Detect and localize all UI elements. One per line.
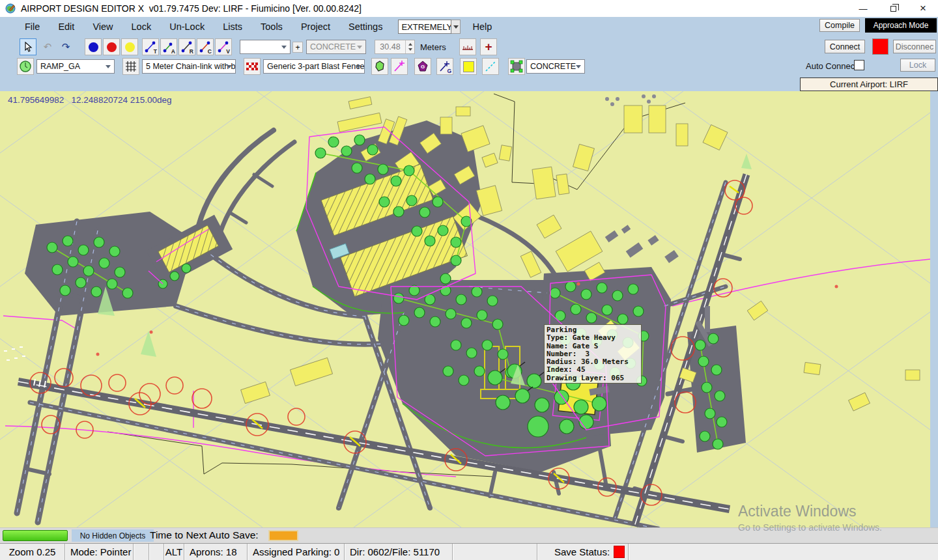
link-type-combo[interactable] — [240, 40, 291, 54]
layout-selector-value[interactable]: EXTREMELY_DE — [398, 20, 451, 34]
undo-icon: ↶ — [44, 41, 52, 53]
plus-icon: + — [295, 43, 300, 52]
surface-material-combo[interactable]: CONCRETE — [306, 40, 366, 54]
link-runway-button[interactable]: R — [178, 38, 195, 55]
menu-lists[interactable]: Lists — [214, 19, 251, 35]
link-taxi-button[interactable]: T — [142, 38, 159, 55]
layout-selector-arrow[interactable] — [451, 20, 461, 34]
hidden-objects-indicator[interactable] — [3, 530, 68, 541]
red-dot-icon — [107, 42, 117, 52]
fill-color-button[interactable] — [460, 58, 477, 75]
link-closed-button[interactable]: C — [197, 38, 214, 55]
yellow-node-button[interactable] — [121, 38, 138, 55]
ramp-type-combo[interactable]: RAMP_GA — [36, 59, 115, 74]
red-node-button[interactable] — [103, 38, 120, 55]
tooltip-line: Type: Gate Heavy — [547, 334, 639, 342]
surface-handles-icon — [510, 60, 523, 73]
approach-mode-button[interactable]: Approach Mode — [865, 18, 937, 33]
spin-up-icon — [408, 43, 412, 46]
yellow-dot-icon — [125, 42, 135, 52]
lock-button[interactable]: Lock — [900, 59, 935, 72]
line-tool-button[interactable] — [482, 58, 499, 75]
undo-button[interactable]: ↶ — [39, 38, 56, 55]
window-title: AIRPORT DESIGN EDITOR X v01.79.7475 Dev:… — [21, 3, 362, 14]
cyan-line-icon — [484, 60, 497, 73]
select-surface-tool-button[interactable] — [508, 58, 525, 75]
restore-icon — [890, 6, 896, 12]
apron-path-tool-button[interactable] — [391, 58, 408, 75]
status-bar: Zoom 0.25 Mode: Pointer ALT Aprons: 18 A… — [0, 543, 938, 560]
add-width-button[interactable]: + — [292, 42, 303, 53]
header: File Edit View Lock Un-Lock Lists Tools … — [0, 17, 938, 91]
status-empty-3 — [453, 544, 537, 560]
pointer-tool-button[interactable] — [20, 38, 36, 55]
blast-fence-tool-button[interactable] — [244, 58, 261, 75]
menu-edit[interactable]: Edit — [49, 19, 83, 35]
ramp-tool-button[interactable] — [17, 58, 34, 75]
airport-drawing — [0, 91, 930, 527]
ramp-type-value: RAMP_GA — [40, 62, 80, 71]
ruler-tool-button[interactable] — [459, 38, 476, 55]
surface-type-value: CONCRETE — [530, 62, 576, 71]
current-airport-banner: Current Airport: LIRF — [800, 77, 938, 91]
blast-fence-value: Generic 3-part Blast Fence — [267, 62, 364, 71]
status-empty-2 — [149, 544, 164, 560]
menu-file[interactable]: File — [16, 19, 49, 35]
fence-type-combo[interactable]: 5 Meter Chain-link with be — [142, 59, 236, 74]
status-zoom: Zoom 0.25 — [0, 544, 65, 560]
polygon-tool-button[interactable] — [371, 58, 388, 75]
link-vehicle-button[interactable]: V — [215, 38, 232, 55]
status-alt: ALT — [164, 544, 184, 560]
current-airport-text: Current Airport: LIRF — [830, 79, 908, 89]
gate-letter: G — [421, 64, 425, 70]
map-canvas[interactable]: 41.795649982 12.248820724 215.00deg Park… — [0, 91, 930, 527]
magenta-arrow-icon — [393, 60, 406, 73]
blast-fence-combo[interactable]: Generic 3-part Blast Fence — [263, 59, 365, 74]
menu-settings[interactable]: Settings — [339, 19, 391, 35]
status-mode: Mode: Pointer — [65, 544, 134, 560]
add-point-button[interactable]: + — [480, 38, 497, 55]
connect-button[interactable]: Connect — [825, 40, 865, 53]
width-value: 30.48 — [375, 40, 405, 53]
autosave-progress — [268, 530, 298, 541]
save-status-label: Save Status: — [554, 546, 610, 557]
link-apron-button[interactable]: A — [160, 38, 177, 55]
surface-type-combo[interactable]: CONCRETE — [526, 59, 585, 74]
status-aprons: Aprons: 18 — [184, 544, 248, 560]
tooltip-line: Drawing Layer: 065 — [547, 374, 639, 382]
gate-tool-button[interactable]: G — [414, 58, 431, 75]
close-button[interactable]: × — [908, 0, 938, 17]
layout-selector[interactable]: EXTREMELY_DE — [398, 20, 461, 34]
chevron-down-icon — [453, 25, 459, 29]
compile-button[interactable]: Compile — [819, 19, 860, 32]
menu-unlock[interactable]: Un-Lock — [160, 19, 214, 35]
tooltip-line: Index: 45 — [547, 366, 639, 374]
surface-material-value: CONCRETE — [310, 42, 356, 51]
menu-help[interactable]: Help — [463, 19, 501, 35]
pointer-icon — [23, 42, 33, 52]
blue-node-button[interactable] — [85, 38, 102, 55]
status-filler — [629, 544, 938, 560]
red-plus-icon: + — [485, 40, 492, 54]
link-letter: T — [154, 48, 157, 55]
auto-connect-checkbox[interactable] — [854, 60, 864, 70]
menu-tools[interactable]: Tools — [251, 19, 292, 35]
disconnect-button[interactable]: Disconnec — [893, 40, 936, 53]
width-unit-label: Meters — [420, 42, 446, 52]
menu-lock[interactable]: Lock — [122, 19, 161, 35]
width-spinner-arrows[interactable] — [405, 40, 414, 53]
link-letter: R — [190, 48, 193, 55]
redo-button[interactable]: ↷ — [57, 38, 74, 55]
ruler-icon — [462, 42, 474, 51]
menu-project[interactable]: Project — [292, 19, 339, 35]
connection-status-indicator — [872, 38, 888, 55]
restore-button[interactable] — [878, 0, 908, 17]
grid-tool-button[interactable] — [122, 58, 139, 75]
auto-connect-label: Auto Connect — [806, 61, 857, 71]
minimize-button[interactable]: — — [848, 0, 878, 17]
title-bar: AIRPORT DESIGN EDITOR X v01.79.7475 Dev:… — [0, 0, 938, 17]
menu-view[interactable]: View — [83, 19, 122, 35]
link-letter: C — [208, 48, 212, 55]
width-spinner[interactable]: 30.48 — [375, 40, 415, 54]
gate-path-tool-button[interactable]: G — [436, 58, 453, 75]
